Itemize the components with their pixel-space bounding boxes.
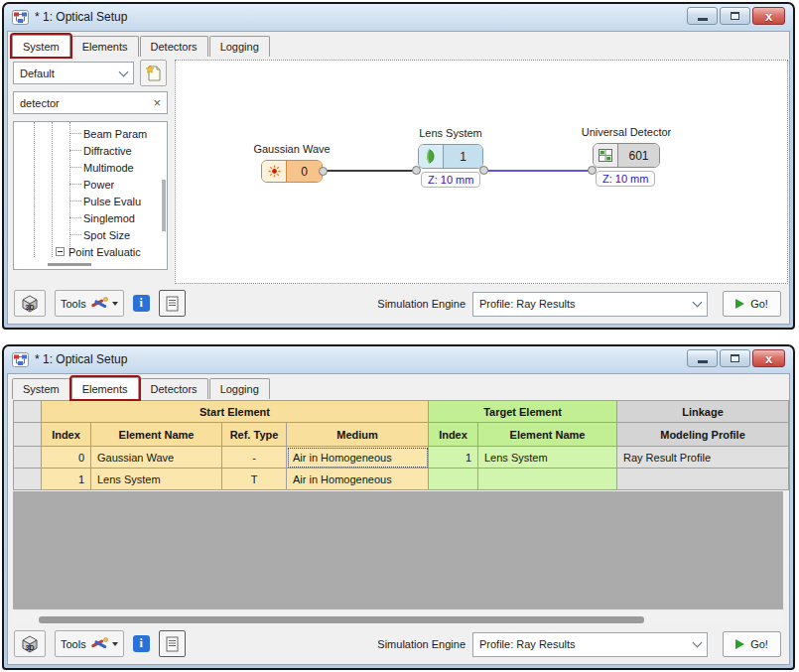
column-header-target-element-name: Element Name — [478, 423, 617, 447]
close-button[interactable]: x — [752, 349, 785, 367]
cell-medium[interactable]: Air in Homogeneous — [287, 469, 429, 490]
simulation-engine-label: Simulation Engine — [377, 638, 466, 650]
minimize-button[interactable] — [687, 349, 718, 367]
go-button[interactable]: Go! — [723, 631, 781, 657]
tab-elements[interactable]: Elements — [71, 36, 139, 57]
tools-menu-button[interactable]: Tools — [55, 630, 124, 657]
cell-target-index[interactable]: 1 — [429, 447, 478, 469]
dropdown-caret-icon — [112, 642, 118, 649]
document-comments-button[interactable] — [159, 290, 186, 317]
search-box: × — [13, 91, 168, 114]
cell-start-index[interactable]: 0 — [42, 447, 91, 469]
restore-button[interactable] — [720, 349, 750, 367]
titlebar[interactable]: * 1: Optical Setup x — [4, 346, 793, 372]
tree-item-expandable[interactable]: Point Evaluatic — [14, 243, 167, 260]
tab-logging[interactable]: Logging — [209, 378, 270, 399]
minimize-button[interactable] — [687, 7, 718, 25]
output-port-gaussian[interactable] — [319, 167, 328, 176]
restore-icon — [731, 354, 739, 362]
window-body: System Elements Detectors Logging Start … — [7, 373, 790, 665]
window-title: * 1: Optical Setup — [35, 10, 127, 24]
tree-item[interactable]: Singlemod — [14, 209, 167, 226]
connection-gaussian-to-lens[interactable] — [325, 170, 418, 172]
node-label-universal-detector: Universal Detector — [562, 126, 691, 138]
document-icon — [166, 636, 179, 652]
node-label-lens-system: Lens System — [386, 127, 515, 139]
tree-item[interactable]: Spot Size — [14, 226, 167, 243]
cell-ref-type[interactable]: T — [222, 469, 287, 490]
tree-item[interactable]: Pulse Evalu — [14, 193, 167, 209]
light-source-icon — [268, 165, 281, 178]
tab-system[interactable]: System — [12, 378, 70, 399]
cell-target-index[interactable] — [429, 469, 478, 490]
preset-dropdown-value: Default — [20, 67, 55, 79]
cell-ref-type[interactable]: - — [222, 447, 287, 469]
universal-detector-node[interactable]: 601 — [593, 143, 660, 168]
tree-item[interactable]: Power — [14, 176, 167, 193]
cell-medium[interactable]: Air in Homogeneous — [287, 447, 429, 469]
tab-logging[interactable]: Logging — [209, 36, 270, 57]
cell-start-index[interactable]: 1 — [42, 469, 91, 490]
tools-icon — [90, 296, 108, 312]
3d-view-button[interactable]: 3D — [14, 630, 46, 657]
minimize-icon — [698, 360, 708, 363]
document-icon — [166, 296, 179, 312]
cell-start-name[interactable]: Lens System — [91, 469, 222, 490]
simulation-engine-dropdown[interactable]: Profile: Ray Results — [472, 292, 708, 317]
go-button[interactable]: Go! — [723, 291, 781, 317]
tree-item[interactable]: Beam Param — [14, 125, 167, 142]
simulation-engine-dropdown[interactable]: Profile: Ray Results — [472, 632, 708, 657]
collapse-icon[interactable] — [56, 247, 65, 256]
scrollbar-thumb[interactable] — [39, 616, 644, 623]
tools-icon — [90, 636, 108, 652]
3d-view-button[interactable]: 3D — [14, 290, 46, 317]
cell-target-name[interactable]: Lens System — [478, 447, 617, 469]
tree-horizontal-scrollbar[interactable] — [48, 263, 91, 266]
input-port-lens[interactable] — [412, 166, 421, 175]
tree-vertical-scrollbar[interactable] — [162, 180, 166, 231]
tab-system[interactable]: System — [12, 35, 70, 57]
gaussian-wave-node[interactable]: 0 — [261, 160, 323, 183]
3d-cube-icon: 3D — [20, 294, 40, 314]
tree-item[interactable]: Multimode — [14, 159, 167, 176]
tab-detectors[interactable]: Detectors — [140, 378, 208, 399]
titlebar[interactable]: * 1: Optical Setup x — [4, 4, 793, 30]
go-label: Go! — [750, 638, 768, 650]
search-input[interactable] — [14, 97, 133, 109]
corner-cell — [14, 423, 42, 447]
corner-cell — [14, 401, 42, 423]
row-selector-cell[interactable] — [14, 469, 42, 490]
cell-modeling-profile[interactable] — [617, 469, 789, 490]
output-port-lens[interactable] — [479, 166, 488, 175]
clear-search-icon[interactable]: × — [153, 96, 161, 109]
chevron-down-icon — [693, 638, 703, 648]
row-selector-cell[interactable] — [14, 447, 42, 469]
catalog-tree[interactable]: Beam Param Diffractive Multimode Power P… — [13, 121, 168, 270]
lens-icon — [426, 149, 437, 164]
optical-setup-app-icon — [12, 352, 29, 367]
tree-item[interactable]: Diffractive — [14, 142, 167, 159]
info-button[interactable]: i — [133, 295, 150, 312]
tab-detectors[interactable]: Detectors — [140, 36, 208, 57]
info-button[interactable]: i — [133, 635, 150, 652]
svg-text:3D: 3D — [26, 304, 35, 311]
column-header-index: Index — [42, 423, 91, 447]
optical-setup-canvas[interactable]: Gaussian Wave Lens System Universal Dete… — [175, 60, 788, 284]
close-button[interactable]: x — [752, 7, 785, 25]
input-port-detector[interactable] — [588, 166, 597, 175]
new-preset-button[interactable] — [140, 60, 167, 86]
preset-dropdown[interactable]: Default — [13, 62, 134, 84]
lens-system-node[interactable]: 1 — [418, 144, 483, 169]
document-comments-button[interactable] — [159, 630, 186, 657]
tab-elements[interactable]: Elements — [71, 377, 139, 399]
tools-menu-button[interactable]: Tools — [55, 290, 124, 317]
cell-target-name[interactable] — [478, 469, 617, 490]
group-header-linkage: Linkage — [617, 401, 789, 423]
cell-modeling-profile[interactable]: Ray Result Profile — [617, 447, 789, 469]
tree-branch-icon — [69, 167, 81, 168]
tree-branch-icon — [69, 133, 81, 134]
connection-lens-to-detector[interactable] — [484, 170, 593, 172]
simulation-engine-value: Profile: Ray Results — [479, 638, 576, 650]
cell-start-name[interactable]: Gaussian Wave — [91, 447, 222, 469]
restore-button[interactable] — [720, 7, 750, 25]
